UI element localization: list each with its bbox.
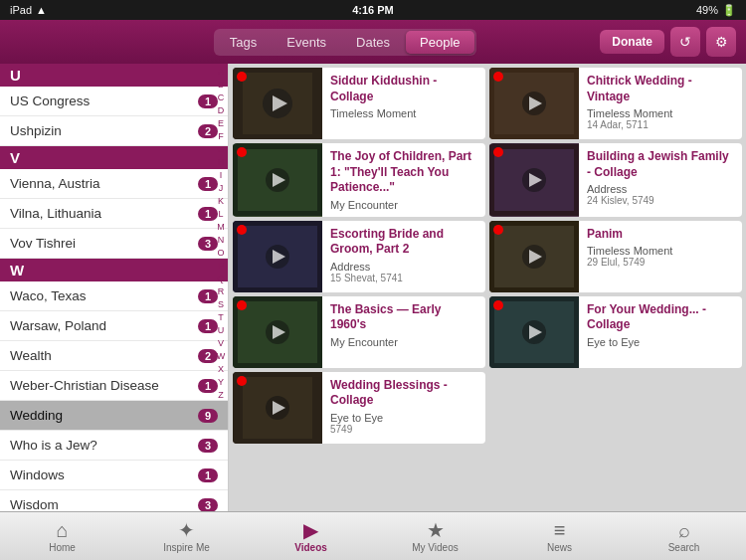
sidebar-item-who-is-a-jew[interactable]: Who is a Jew? 3 [0,431,228,461]
alpha-o[interactable]: O [217,247,224,260]
sidebar-item-warsaw[interactable]: Warsaw, Poland 1 [0,311,228,341]
alpha-p[interactable]: P [218,260,224,273]
video-card-5[interactable]: Panim Timeless Moment 29 Elul, 5749 [489,221,742,292]
alpha-b[interactable]: B [218,79,224,92]
alpha-z[interactable]: Z [218,389,224,402]
red-dot [237,376,247,386]
section-header-w: W [0,259,228,281]
video-info-3: Building a Jewish Family - Collage Addre… [579,143,742,217]
tab-home[interactable]: ⌂ Home [0,512,124,560]
video-thumbnail-7 [489,296,579,368]
video-thumbnail-6 [233,296,322,368]
video-grid: Siddur Kiddushin - Collage Timeless Mome… [233,68,742,444]
red-dot [237,72,247,82]
red-dot [493,225,503,235]
sidebar-item-windows[interactable]: Windows 1 [0,461,228,490]
alpha-index: A B C D E F G H I J K L M N O P Q R S T … [214,64,228,511]
alpha-c[interactable]: C [218,92,225,104]
video-card-2[interactable]: The Joy of Children, Part 1: "They'll Te… [233,143,485,217]
sidebar-item-vienna[interactable]: Vienna, Austria 1 [0,169,228,199]
video-card-3[interactable]: Building a Jewish Family - Collage Addre… [489,143,742,217]
settings-button[interactable]: ⚙ [706,27,736,57]
video-date-8: 5749 [330,424,477,435]
sidebar-item-label: Vov Tishrei [10,236,76,251]
alpha-e[interactable]: E [218,117,224,130]
video-subtitle-8: Eye to Eye [330,412,477,424]
nav-tabs: Tags Events Dates People [214,29,476,56]
video-card-1[interactable]: Chitrick Wedding - Vintage Timeless Mome… [489,68,742,139]
alpha-t[interactable]: T [218,311,224,324]
video-card-0[interactable]: Siddur Kiddushin - Collage Timeless Mome… [233,68,485,139]
video-date-4: 15 Shevat, 5741 [330,273,477,283]
alpha-y[interactable]: Y [218,376,224,389]
red-dot [493,147,503,157]
video-info-6: The Basics — Early 1960's My Encounter [322,296,485,368]
tab-people[interactable]: People [406,31,473,54]
video-title-2: The Joy of Children, Part 1: "They'll Te… [330,149,477,196]
alpha-d[interactable]: D [218,104,225,117]
sidebar-item-wealth[interactable]: Wealth 2 [0,341,228,371]
video-card-7[interactable]: For Your Wedding... - Collage Eye to Eye [489,296,742,368]
sidebar-item-waco[interactable]: Waco, Texas 1 [0,281,228,311]
alpha-h[interactable]: H [218,156,225,169]
alpha-n[interactable]: N [218,234,225,247]
tab-videos[interactable]: ▶ Videos [249,512,373,560]
sidebar-item-weber[interactable]: Weber-Christian Disease 1 [0,371,228,401]
alpha-w[interactable]: W [217,350,226,363]
status-left: iPad ▲ [10,4,47,16]
tab-tags[interactable]: Tags [216,31,271,54]
video-card-6[interactable]: The Basics — Early 1960's My Encounter [233,296,485,368]
tab-videos-label: Videos [294,542,327,553]
video-date-3: 24 Kislev, 5749 [587,195,734,206]
alpha-r[interactable]: R [218,285,225,298]
alpha-k[interactable]: K [218,195,224,208]
tab-myvideos[interactable]: ★ My Videos [373,512,497,560]
sidebar-item-ushpizin[interactable]: Ushpizin 2 [0,116,228,146]
sidebar-item-wisdom[interactable]: Wisdom 3 [0,490,228,511]
alpha-s[interactable]: S [218,298,224,311]
video-card-8[interactable]: Wedding Blessings - Collage Eye to Eye 5… [233,372,485,444]
sidebar-item-vov-tishrei[interactable]: Vov Tishrei 3 [0,229,228,259]
video-title-1: Chitrick Wedding - Vintage [587,74,734,104]
news-icon: ≡ [554,520,566,540]
donate-button[interactable]: Donate [600,30,664,54]
refresh-button[interactable]: ↺ [670,27,700,57]
video-subtitle-4: Address [330,261,477,273]
alpha-m[interactable]: M [217,221,225,234]
inspire-icon: ✦ [178,520,195,540]
videos-icon: ▶ [303,520,318,540]
video-info-4: Escorting Bride and Groom, Part 2 Addres… [322,221,485,292]
video-subtitle-7: Eye to Eye [587,336,734,348]
section-header-v: V [0,146,228,169]
video-thumbnail-0 [233,68,322,139]
sidebar-item-label: Weber-Christian Disease [10,378,159,393]
tab-inspire[interactable]: ✦ Inspire Me [124,512,249,560]
sidebar-item-wedding[interactable]: Wedding 9 [0,401,228,431]
red-dot [237,225,247,235]
tab-dates[interactable]: Dates [342,31,404,54]
tab-search[interactable]: ⌕ Search [622,512,746,560]
video-title-4: Escorting Bride and Groom, Part 2 [330,227,477,258]
sidebar-item-uscongress[interactable]: US Congress 1 [0,87,228,116]
video-info-2: The Joy of Children, Part 1: "They'll Te… [322,143,485,217]
alpha-g[interactable]: G [217,143,224,156]
alpha-u[interactable]: U [218,324,225,337]
tab-news[interactable]: ≡ News [497,512,622,560]
video-thumbnail-5 [489,221,579,292]
alpha-f[interactable]: F [218,130,224,143]
alpha-v[interactable]: V [218,337,224,350]
sidebar-item-vilna[interactable]: Vilna, Lithuania 1 [0,199,228,229]
alpha-q[interactable]: Q [217,273,224,285]
alpha-x[interactable]: X [218,363,224,376]
alpha-j[interactable]: J [219,182,224,195]
alpha-i[interactable]: I [220,169,223,182]
sidebar-item-label: Wisdom [10,497,59,511]
video-card-4[interactable]: Escorting Bride and Groom, Part 2 Addres… [233,221,485,292]
video-thumbnail-3 [489,143,579,217]
battery-icon: 🔋 [722,4,736,17]
alpha-a[interactable]: A [218,66,224,79]
alpha-l[interactable]: L [218,208,223,221]
tab-events[interactable]: Events [273,31,340,54]
video-title-0: Siddur Kiddushin - Collage [330,74,477,104]
section-header-u: U [0,64,228,87]
